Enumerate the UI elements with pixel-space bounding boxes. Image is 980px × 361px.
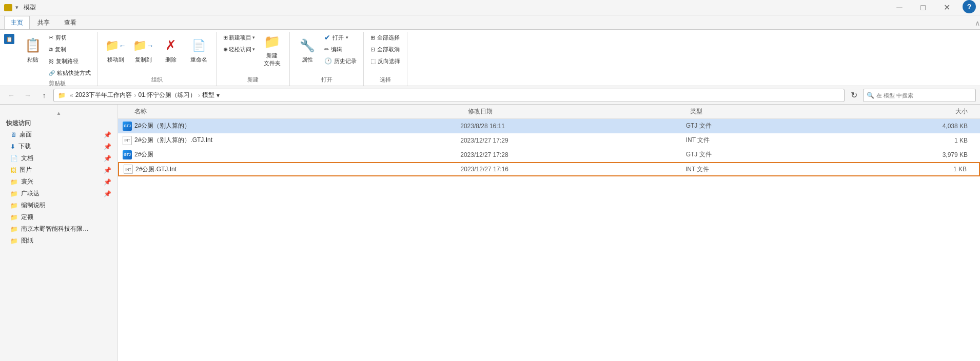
maximize-button[interactable]: □ <box>911 0 935 15</box>
file-date-2: 2023/12/27 17:28 <box>460 151 685 158</box>
scissors-icon: ✂ <box>49 34 53 41</box>
paste-shortcut-button[interactable]: 🔗 粘贴快捷方式 <box>46 67 93 78</box>
huanxing-icon: 📁 <box>10 178 18 186</box>
sidebar-item-guanglianda[interactable]: 📁 广联达 📌 <box>0 188 117 199</box>
new-item-button[interactable]: ⊞ 新建项目 ▾ <box>221 32 258 43</box>
sidebar-item-huanxing[interactable]: 📁 寰兴 📌 <box>0 176 117 188</box>
quick-access-icon: 📋 <box>4 34 14 44</box>
address-part-3[interactable]: 模型 <box>202 91 214 99</box>
cut-button[interactable]: ✂ 剪切 <box>46 32 93 43</box>
tab-view[interactable]: 查看 <box>57 16 83 29</box>
sidebar-item-nanjing[interactable]: 📁 南京木野智能科技有限公司数控J <box>0 223 117 235</box>
invert-icon: ⬚ <box>370 58 376 65</box>
file-size-0: 4,038 KB <box>855 123 976 130</box>
new-folder-button[interactable]: 📁 新建 文件夹 <box>259 32 285 69</box>
quick-access-label: 快速访问 <box>0 117 117 129</box>
int-icon-1: INT <box>123 136 132 145</box>
sidebar-item-downloads-label: 下载 <box>18 142 31 151</box>
sidebar-expand-arrow[interactable]: ▲ <box>0 109 117 117</box>
open-icon: ✔ <box>324 33 330 42</box>
file-size-3: 1 KB <box>854 166 975 173</box>
paste-button[interactable]: 📋 粘贴 <box>21 32 45 69</box>
file-row-0[interactable]: GTJ 2#公厕（别人算的） 2023/8/28 16:11 GTJ 文件 4,… <box>118 119 980 133</box>
search-input[interactable] <box>876 92 972 98</box>
sidebar-item-desktop-label: 桌面 <box>19 130 32 139</box>
col-header-date[interactable]: 修改日期 <box>468 107 690 116</box>
address-separator-0: « <box>70 92 73 99</box>
move-to-button[interactable]: 📁 ← 移动到 <box>102 32 129 69</box>
sidebar-item-downloads[interactable]: ⬇ 下载 📌 <box>0 141 117 152</box>
open-button[interactable]: ✔ 打开 ▾ <box>322 32 359 43</box>
bianzhi-icon: 📁 <box>10 202 18 209</box>
dinge-icon: 📁 <box>10 214 18 221</box>
select-label: 选择 <box>368 75 403 86</box>
address-path[interactable]: 📁 « 2023下半年工作内容 › 01.怀宁公厕（练习） › 模型 ▾ <box>53 89 845 102</box>
delete-button[interactable]: ✗ 删除 <box>158 32 184 69</box>
rename-button[interactable]: 📄 重命名 <box>185 32 212 69</box>
sidebar-item-documents-label: 文档 <box>21 154 33 163</box>
help-button[interactable]: ? <box>963 0 976 13</box>
address-part-1[interactable]: 2023下半年工作内容 <box>75 91 132 99</box>
invert-selection-button[interactable]: ⬚ 反向选择 <box>368 55 403 67</box>
sidebar-item-desktop[interactable]: 🖥 桌面 📌 <box>0 129 117 141</box>
pin-icon-desktop: 📌 <box>104 131 111 138</box>
address-part-2[interactable]: 01.怀宁公厕（练习） <box>138 91 196 99</box>
clipboard-col: ✂ 剪切 ⧉ 复制 ⛓ 复制路径 🔗 粘贴快捷方式 <box>46 32 93 78</box>
deselect-all-button[interactable]: ⊡ 全部取消 <box>368 44 403 55</box>
minimize-button[interactable]: ─ <box>888 0 911 15</box>
address-dropdown-arrow[interactable]: ▾ <box>217 92 220 99</box>
col-header-size[interactable]: 大小 <box>856 107 976 116</box>
guanglianda-icon: 📁 <box>10 190 18 197</box>
file-row-3[interactable]: INT 2#公厕.GTJ.Int 2023/12/27 17:16 INT 文件… <box>118 162 980 176</box>
file-row-1[interactable]: INT 2#公厕（别人算的）.GTJ.Int 2023/12/27 17:29 … <box>118 133 980 148</box>
properties-button[interactable]: 🔧 属性 <box>294 32 321 69</box>
col-header-name[interactable]: 名称 <box>122 107 468 116</box>
address-bar: ← → ↑ 📁 « 2023下半年工作内容 › 01.怀宁公厕（练习） › 模型… <box>0 86 980 105</box>
sidebar-item-pictures[interactable]: 🖼 图片 📌 <box>0 164 117 176</box>
organize-label: 组织 <box>102 75 212 86</box>
close-button[interactable]: ✕ <box>935 0 958 15</box>
move-to-icon: 📁 ← <box>107 37 124 54</box>
copy-button[interactable]: ⧉ 复制 <box>46 44 93 55</box>
new-label: 新建 <box>221 75 285 86</box>
file-date-3: 2023/12/27 17:16 <box>461 166 685 173</box>
select-content: ⊞ 全部选择 ⊡ 全部取消 ⬚ 反向选择 <box>368 32 403 75</box>
paste-icon: 📋 <box>25 37 41 54</box>
sidebar-item-tuzhi[interactable]: 📁 图纸 <box>0 235 117 247</box>
history-button[interactable]: 🕐 历史记录 <box>322 55 359 67</box>
file-type-3: INT 文件 <box>685 165 854 174</box>
copy-to-icon: 📁 → <box>135 37 151 54</box>
sidebar-item-bianzhi[interactable]: 📁 编制说明 <box>0 199 117 211</box>
sidebar-item-documents[interactable]: 📄 文档 📌 <box>0 152 117 164</box>
address-separator-1: › <box>134 92 136 99</box>
file-row-2[interactable]: GTJ 2#公厕 2023/12/27 17:28 GTJ 文件 3,979 K… <box>118 148 980 162</box>
col-header-type[interactable]: 类型 <box>690 107 857 116</box>
properties-icon: 🔧 <box>299 37 316 54</box>
easy-access-icon: ⊕ <box>223 46 228 53</box>
open-label: 打开 <box>294 75 359 86</box>
pin-icon-documents: 📌 <box>104 155 111 162</box>
ribbon-group-clipboard: 📋 粘贴 ✂ 剪切 ⧉ 复制 ⛓ 复制路径 🔗 <box>16 32 98 86</box>
sidebar-item-dinge[interactable]: 📁 定额 <box>0 211 117 223</box>
nav-back-button[interactable]: ← <box>4 89 18 102</box>
nav-forward-button[interactable]: → <box>21 89 35 102</box>
copy-path-button[interactable]: ⛓ 复制路径 <box>46 55 93 67</box>
select-all-button[interactable]: ⊞ 全部选择 <box>368 32 403 43</box>
title-bar-controls: ─ □ ✕ ? <box>888 0 976 15</box>
ribbon-group-open: 🔧 属性 ✔ 打开 ▾ ✏ 编辑 🕐 历史记录 打开 <box>290 32 364 86</box>
tab-share[interactable]: 共享 <box>31 16 56 29</box>
search-box[interactable]: 🔍 <box>863 89 976 102</box>
sidebar-item-dinge-label: 定额 <box>21 213 33 222</box>
easy-access-button[interactable]: ⊕ 轻松访问 ▾ <box>221 44 258 55</box>
delete-icon: ✗ <box>163 37 179 54</box>
new-folder-icon: 📁 <box>264 34 280 50</box>
ribbon-collapse-button[interactable]: ∧ <box>975 19 980 27</box>
edit-icon: ✏ <box>324 46 329 53</box>
refresh-button[interactable]: ↻ <box>847 89 861 102</box>
rename-icon: 📄 <box>190 37 207 54</box>
file-icon-1: INT <box>122 135 132 146</box>
nav-up-button[interactable]: ↑ <box>37 89 51 102</box>
tab-home[interactable]: 主页 <box>4 16 30 29</box>
copy-to-button[interactable]: 📁 → 复制到 <box>130 32 156 69</box>
edit-button[interactable]: ✏ 编辑 <box>322 44 359 55</box>
